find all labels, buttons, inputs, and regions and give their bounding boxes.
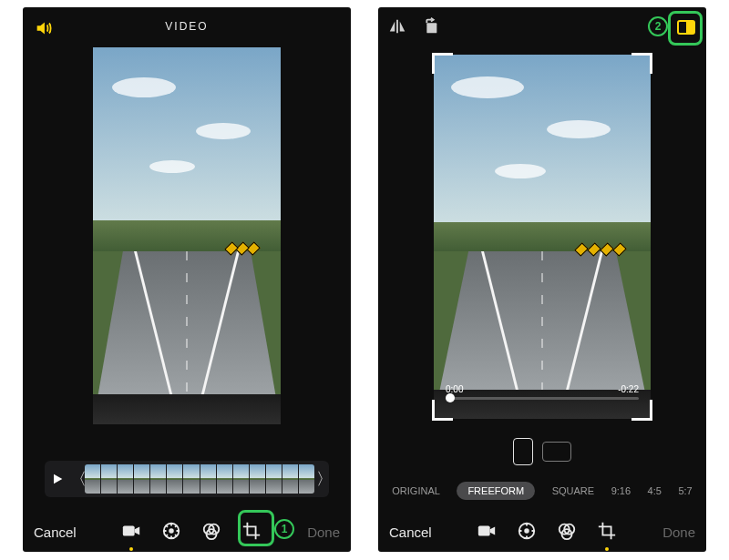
ratio-4-5[interactable]: 4:5: [648, 485, 662, 496]
cancel-button[interactable]: Cancel: [34, 524, 77, 540]
filters-tab-icon[interactable]: [557, 521, 577, 544]
adjust-tab-icon[interactable]: [517, 521, 537, 544]
playback-scrubber[interactable]: 0:00 -0:22: [446, 384, 639, 404]
crop-tab-icon[interactable]: [597, 521, 617, 544]
svg-rect-9: [478, 525, 490, 535]
orientation-landscape[interactable]: [542, 442, 571, 462]
svg-rect-0: [123, 525, 135, 535]
tutorial-highlight-crop: [238, 510, 274, 546]
ratio-square[interactable]: SQUARE: [552, 485, 594, 496]
svg-point-11: [526, 529, 529, 533]
tutorial-step-marker: 1: [274, 519, 294, 539]
ratio-freeform[interactable]: FREEFORM: [457, 482, 535, 500]
done-button[interactable]: Done: [307, 524, 340, 540]
bottom-bar: Cancel Done: [23, 512, 351, 552]
done-button[interactable]: Done: [662, 524, 695, 540]
flip-horizontal-icon[interactable]: [387, 16, 407, 40]
top-bar: VIDEO: [23, 7, 351, 47]
svg-rect-6: [426, 23, 436, 33]
ratio-original[interactable]: ORIGINAL: [392, 485, 440, 496]
tutorial-step-marker: 2: [648, 16, 668, 36]
tutorial-highlight-aspect: [668, 11, 703, 46]
cancel-button[interactable]: Cancel: [389, 524, 432, 540]
thumbnail-frames[interactable]: [85, 464, 314, 494]
trim-handle-left[interactable]: 〈: [70, 468, 83, 490]
video-tab-icon[interactable]: [477, 521, 497, 544]
video-tab-icon[interactable]: [121, 521, 141, 544]
svg-point-2: [170, 529, 174, 533]
bottom-bar: Cancel Done: [378, 512, 706, 552]
editor-screen-main: VIDEO 〈: [23, 7, 351, 552]
aspect-ratio-row: ORIGINAL FREEFORM SQUARE 9:16 4:5 5:7: [378, 477, 706, 504]
time-remaining: -0:22: [618, 384, 639, 394]
ratio-9-16[interactable]: 9:16: [611, 485, 631, 496]
video-preview[interactable]: [93, 47, 281, 424]
orientation-portrait[interactable]: [513, 438, 533, 465]
mode-title: VIDEO: [23, 20, 351, 33]
play-icon[interactable]: [45, 472, 70, 486]
video-preview[interactable]: [434, 55, 651, 419]
orientation-selector: [378, 435, 706, 468]
rotate-icon[interactable]: [420, 16, 440, 40]
editor-screen-crop: 0:00 -0:22 ORIGINAL FREEFORM SQUARE 9:16…: [378, 7, 706, 552]
ratio-5-7[interactable]: 5:7: [678, 485, 692, 496]
filters-tab-icon[interactable]: [201, 521, 221, 544]
trim-handle-right[interactable]: 〉: [316, 468, 329, 490]
adjust-tab-icon[interactable]: [161, 521, 181, 544]
timeline-filmstrip[interactable]: 〈 〉: [45, 461, 329, 497]
